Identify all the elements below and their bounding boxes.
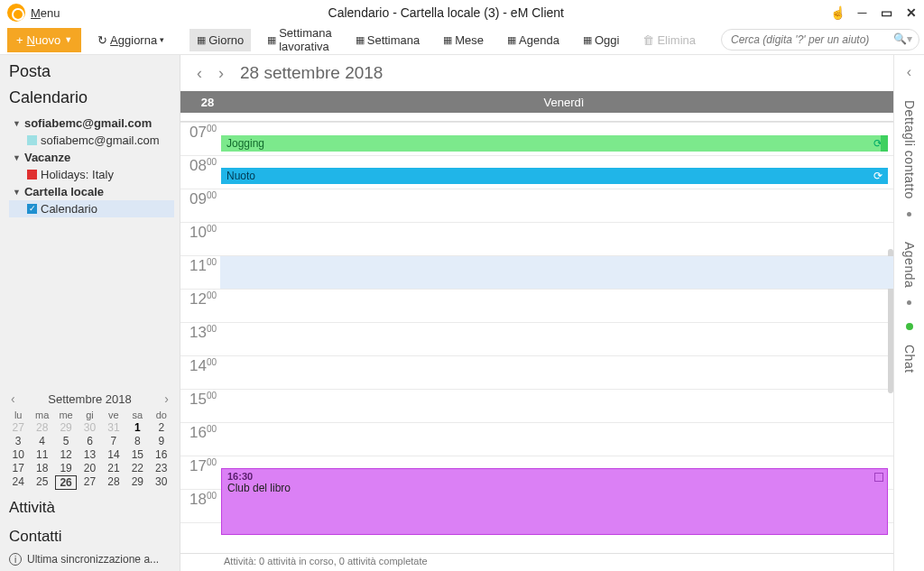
new-button[interactable]: + Nuovo ▼	[7, 28, 81, 52]
maximize-icon[interactable]: ▭	[881, 7, 892, 19]
minical-day[interactable]: 29	[55, 421, 77, 434]
minical-day[interactable]: 23	[151, 462, 172, 474]
view-week-button[interactable]: ▦ Settimana	[348, 29, 428, 51]
tab-agenda[interactable]: Agenda	[902, 242, 917, 288]
tree-account[interactable]: ▼sofiabemc@gmail.com	[9, 115, 174, 132]
minical-day[interactable]: 9	[151, 435, 172, 447]
minical-day[interactable]: 12	[55, 448, 77, 461]
calendar-grid[interactable]: Jogging ⟳ Nuoto ⟳ 16:30 Club del libro 0…	[180, 122, 893, 553]
search-input[interactable]	[721, 29, 919, 51]
next-month-icon[interactable]: ›	[164, 391, 169, 406]
plus-icon: +	[16, 33, 23, 47]
right-panel: ‹ Dettagli contatto Agenda Chat	[893, 55, 924, 571]
sidebar: Posta Calendario ▼sofiabemc@gmail.com so…	[0, 55, 180, 571]
minical-day[interactable]: 10	[7, 448, 29, 461]
hour-row[interactable]: 1000	[180, 223, 893, 256]
tree-vacanze[interactable]: ▼Vacanze	[9, 149, 174, 166]
tree-account-sub[interactable]: sofiabemc@gmail.com	[9, 132, 174, 149]
sync-status[interactable]: i Ultima sincronizzazione a...	[0, 548, 180, 571]
tab-dettagli[interactable]: Dettagli contatto	[902, 100, 917, 199]
minical-day[interactable]: 3	[7, 435, 29, 447]
nav-attivita[interactable]: Attività	[0, 490, 180, 519]
calendar-icon: ▦	[267, 34, 276, 46]
calendar-icon: ▦	[356, 34, 365, 46]
today-button[interactable]: ▦ Oggi	[576, 29, 626, 51]
minical-day[interactable]: 27	[7, 421, 29, 434]
mini-calendar[interactable]: ‹ Settembre 2018 › lumamegivesado2728293…	[0, 386, 180, 490]
minical-day[interactable]: 30	[151, 475, 172, 490]
tab-chat[interactable]: Chat	[902, 345, 917, 373]
prev-month-icon[interactable]: ‹	[11, 391, 15, 406]
minical-day[interactable]: 24	[7, 475, 29, 490]
hour-row[interactable]: 1500	[180, 390, 893, 423]
hour-row[interactable]: 0700	[180, 123, 893, 156]
window-title: Calendario - Cartella locale (3) - eM Cl…	[60, 5, 832, 20]
minical-day[interactable]: 4	[31, 435, 52, 447]
hour-row[interactable]: 1700	[180, 456, 893, 490]
minical-day[interactable]: 17	[7, 462, 29, 474]
tree-cartella[interactable]: ▼Cartella locale	[9, 183, 174, 200]
hour-row[interactable]: 1300	[180, 323, 893, 356]
nav-posta[interactable]: Posta	[0, 55, 180, 85]
touch-icon[interactable]: ☝	[832, 7, 844, 19]
minical-day[interactable]: 11	[31, 448, 52, 461]
minical-day[interactable]: 1	[126, 421, 148, 434]
minical-day[interactable]: 21	[103, 462, 125, 474]
status-footer: Attività: 0 attività in corso, 0 attivit…	[180, 553, 893, 571]
minical-day[interactable]: 31	[103, 421, 125, 434]
prev-day-icon[interactable]: ‹	[197, 64, 202, 83]
minical-day[interactable]: 13	[79, 448, 100, 461]
minical-month: Settembre 2018	[48, 392, 132, 406]
info-icon: i	[9, 553, 22, 566]
calendar-icon: ▦	[443, 34, 452, 46]
minical-day[interactable]: 19	[55, 462, 77, 474]
minical-day[interactable]: 8	[126, 435, 148, 447]
tree-holidays[interactable]: Holidays: Italy	[9, 166, 174, 183]
minical-day[interactable]: 18	[31, 462, 52, 474]
view-day-button[interactable]: ▦ Giorno	[189, 29, 251, 51]
chevron-down-icon: ▼	[64, 35, 72, 44]
minical-day[interactable]: 6	[79, 435, 100, 447]
view-agenda-button[interactable]: ▦ Agenda	[500, 29, 567, 51]
refresh-button[interactable]: ↻ Aggiorna ▾	[90, 29, 171, 51]
tree-calendario[interactable]: ✓Calendario	[9, 200, 174, 217]
hour-row[interactable]: 1100	[180, 256, 893, 290]
minical-day[interactable]: 5	[55, 435, 77, 447]
calendar-icon: ▦	[583, 34, 592, 46]
hour-row[interactable]: 1200	[180, 290, 893, 323]
hour-row[interactable]: 0900	[180, 189, 893, 223]
minical-day[interactable]: 2	[151, 421, 172, 434]
refresh-icon: ↻	[97, 33, 107, 47]
delete-button: 🗑 Elimina	[635, 29, 703, 51]
minical-day[interactable]: 7	[103, 435, 125, 447]
minical-day[interactable]: 30	[79, 421, 100, 434]
view-workweek-button[interactable]: ▦ Settimana lavorativa	[260, 22, 339, 58]
minimize-icon[interactable]: ─	[856, 7, 868, 19]
minical-day[interactable]: 16	[151, 448, 172, 461]
minical-day[interactable]: 20	[79, 462, 100, 474]
minical-day[interactable]: 29	[126, 475, 148, 490]
app-logo-icon	[7, 4, 25, 22]
minical-day[interactable]: 22	[126, 462, 148, 474]
minical-day[interactable]: 28	[103, 475, 125, 490]
view-month-button[interactable]: ▦ Mese	[436, 29, 491, 51]
hour-row[interactable]: 1800	[180, 490, 893, 523]
hour-row[interactable]: 1600	[180, 423, 893, 456]
minical-day[interactable]: 14	[103, 448, 125, 461]
collapse-right-icon[interactable]: ‹	[907, 64, 911, 80]
current-date: 28 settembre 2018	[240, 63, 383, 83]
nav-calendario[interactable]: Calendario	[0, 85, 180, 113]
next-day-icon[interactable]: ›	[218, 64, 224, 83]
minical-day[interactable]: 25	[31, 475, 52, 490]
hour-row[interactable]: 0800	[180, 156, 893, 189]
menu-button[interactable]: Menu	[31, 6, 60, 20]
minical-day[interactable]: 27	[79, 475, 100, 490]
hour-row[interactable]: 1400	[180, 356, 893, 390]
close-icon[interactable]: ✕	[905, 7, 917, 19]
calendar-icon: ▦	[197, 34, 206, 46]
search-icon[interactable]: 🔍▾	[893, 32, 912, 45]
minical-day[interactable]: 15	[126, 448, 148, 461]
minical-day[interactable]: 28	[31, 421, 52, 434]
minical-day[interactable]: 26	[55, 475, 77, 490]
nav-contatti[interactable]: Contatti	[0, 519, 180, 548]
